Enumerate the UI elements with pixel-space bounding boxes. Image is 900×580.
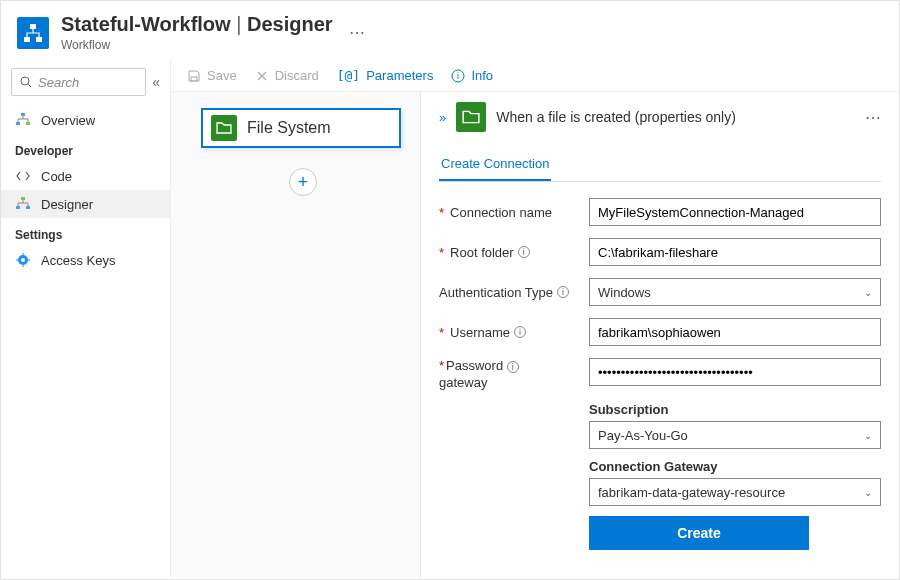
connection-name-input[interactable] — [589, 198, 881, 226]
label-auth-type: Authentication Type i — [439, 285, 589, 300]
info-icon[interactable]: i — [557, 286, 569, 298]
workflow-app-icon — [17, 17, 49, 49]
add-step-button[interactable]: + — [289, 168, 317, 196]
discard-button[interactable]: Discard — [255, 68, 319, 83]
label-password: *Password i gateway — [439, 358, 589, 390]
node-label: File System — [247, 119, 331, 137]
connection-gateway-select[interactable]: fabrikam-data-gateway-resource ⌄ — [589, 478, 881, 506]
search-input[interactable]: Search — [11, 68, 146, 96]
file-system-icon — [211, 115, 237, 141]
chevron-down-icon: ⌄ — [864, 487, 872, 498]
svg-rect-0 — [30, 24, 36, 29]
sidebar-item-label: Code — [41, 169, 72, 184]
svg-line-4 — [28, 84, 31, 87]
page-header: Stateful-Workflow | Designer Workflow ⋯ — [1, 1, 899, 60]
sidebar-item-code[interactable]: Code — [1, 162, 170, 190]
designer-icon — [15, 196, 31, 212]
workflow-node-file-system[interactable]: File System — [201, 108, 401, 148]
save-button[interactable]: Save — [187, 68, 237, 83]
svg-rect-7 — [26, 122, 30, 125]
access-keys-icon — [15, 252, 31, 268]
sidebar: Search « Overview Developer Code Designe… — [1, 60, 171, 578]
subscription-select[interactable]: Pay-As-You-Go ⌄ — [589, 421, 881, 449]
parameters-button[interactable]: [@] Parameters — [337, 68, 434, 83]
collapse-sidebar-button[interactable]: « — [152, 74, 160, 90]
sidebar-item-label: Access Keys — [41, 253, 115, 268]
sidebar-item-designer[interactable]: Designer — [1, 190, 170, 218]
panel-more-button[interactable]: ⋯ — [865, 108, 881, 127]
svg-rect-6 — [16, 122, 20, 125]
page-title: Stateful-Workflow | Designer — [61, 13, 333, 36]
label-subscription: Subscription — [589, 402, 881, 417]
create-button[interactable]: Create — [589, 516, 809, 550]
toolbar-label: Info — [471, 68, 493, 83]
info-icon[interactable]: i — [507, 361, 519, 373]
sidebar-section-developer: Developer — [1, 134, 170, 162]
discard-icon — [255, 69, 269, 83]
sidebar-item-label: Designer — [41, 197, 93, 212]
sidebar-item-access-keys[interactable]: Access Keys — [1, 246, 170, 274]
title-main: Stateful-Workflow — [61, 13, 231, 35]
toolbar-label: Save — [207, 68, 237, 83]
main-area: Save Discard [@] Parameters i Info — [171, 60, 899, 578]
svg-text:i: i — [457, 71, 459, 81]
toolbar: Save Discard [@] Parameters i Info — [171, 60, 899, 92]
toolbar-label: Parameters — [366, 68, 433, 83]
svg-point-12 — [21, 258, 25, 262]
username-input[interactable] — [589, 318, 881, 346]
expand-panel-button[interactable]: » — [439, 110, 446, 125]
sidebar-item-overview[interactable]: Overview — [1, 106, 170, 134]
svg-rect-10 — [26, 206, 30, 209]
label-root-folder: *Root folder i — [439, 245, 589, 260]
toolbar-label: Discard — [275, 68, 319, 83]
root-folder-input[interactable] — [589, 238, 881, 266]
password-input[interactable] — [589, 358, 881, 386]
svg-rect-1 — [24, 37, 30, 42]
sidebar-section-settings: Settings — [1, 218, 170, 246]
label-connection-name: *Connection name — [439, 205, 589, 220]
trigger-icon — [456, 102, 486, 132]
svg-rect-13 — [191, 77, 197, 81]
chevron-down-icon: ⌄ — [864, 287, 872, 298]
svg-rect-8 — [21, 197, 25, 200]
info-icon[interactable]: i — [518, 246, 530, 258]
svg-point-3 — [21, 77, 29, 85]
search-placeholder: Search — [38, 75, 79, 90]
svg-rect-9 — [16, 206, 20, 209]
overview-icon — [15, 112, 31, 128]
page-subtitle: Workflow — [61, 38, 333, 52]
chevron-down-icon: ⌄ — [864, 430, 872, 441]
info-icon[interactable]: i — [514, 326, 526, 338]
svg-rect-2 — [36, 37, 42, 42]
header-more-button[interactable]: ⋯ — [349, 23, 365, 42]
info-button[interactable]: i Info — [451, 68, 493, 83]
tab-create-connection[interactable]: Create Connection — [439, 150, 551, 181]
save-icon — [187, 69, 201, 83]
panel-title: When a file is created (properties only) — [496, 109, 855, 125]
auth-type-select[interactable]: Windows ⌄ — [589, 278, 881, 306]
title-suffix: Designer — [247, 13, 333, 35]
sidebar-item-label: Overview — [41, 113, 95, 128]
search-icon — [20, 76, 32, 88]
label-connection-gateway: Connection Gateway — [589, 459, 881, 474]
parameters-icon: [@] — [337, 68, 360, 83]
info-icon: i — [451, 69, 465, 83]
svg-rect-5 — [21, 113, 25, 116]
label-username: *Username i — [439, 325, 589, 340]
panel-tabs: Create Connection — [439, 150, 881, 182]
properties-panel: » When a file is created (properties onl… — [421, 92, 899, 578]
code-icon — [15, 168, 31, 184]
designer-canvas[interactable]: File System + — [171, 92, 421, 578]
